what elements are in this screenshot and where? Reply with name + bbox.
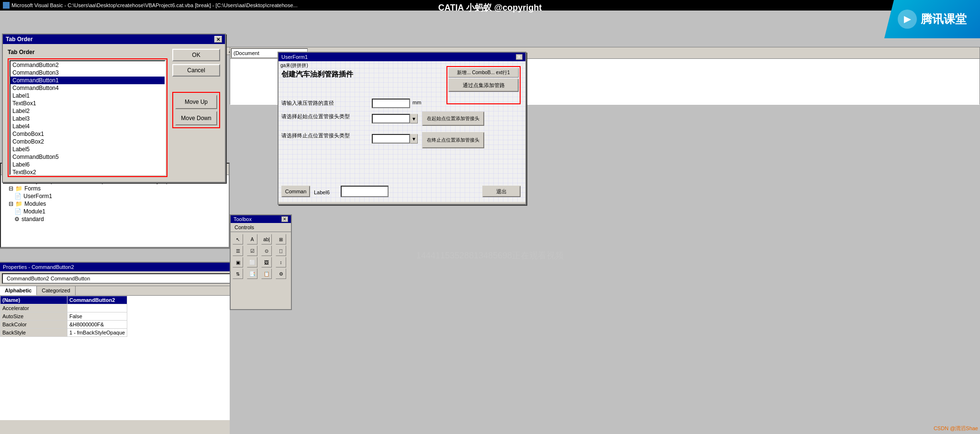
prop-value-backcolor[interactable]: &H8000000F& (67, 321, 127, 329)
prop-name-accelerator: Accelerator (0, 304, 67, 312)
toolbox-image-icon[interactable]: 🖼 (261, 257, 272, 267)
toolbox-multipage-icon[interactable]: 📑 (247, 268, 257, 279)
toolbox-window: Toolbox ✕ Controls ↖ A ab| ⊞ ☰ ☑ ⊙ ⎕ ▣ ⬜… (230, 214, 292, 310)
properties-title: Properties - CommandButton2 (3, 264, 74, 270)
start-add-button[interactable]: 在起始点位置添加管接头 (422, 111, 484, 126)
listbox-item[interactable]: Label2 (11, 107, 165, 115)
listbox-item[interactable]: Label6 (11, 161, 165, 168)
listbox-item[interactable]: TextBox1 (11, 100, 165, 107)
tree-item-userform1[interactable]: 📄 UserForm1 (3, 192, 227, 200)
main-title: 创建汽车油刹管路插件 (281, 70, 353, 79)
prop-value-backstyle[interactable]: 1 - fmBackStyleOpaque (67, 329, 127, 337)
toolbox-frame-icon[interactable]: ▣ (233, 257, 243, 267)
toolbox-title-label: Toolbox (234, 216, 252, 222)
prop-value-accelerator[interactable] (67, 304, 127, 312)
tree-item-modules[interactable]: ⊟ 📁 Modules (3, 200, 227, 208)
toolbox-label-icon[interactable]: A (247, 234, 257, 245)
title-bar-text: Microsoft Visual Basic - C:\Users\aa\Des… (11, 2, 298, 8)
end-type-combo-arrow[interactable]: ▼ (410, 134, 418, 144)
dialog-title: Tab Order (6, 36, 33, 43)
move-buttons-container: Move Up Move Down (172, 92, 220, 128)
listbox-item[interactable]: Label1 (11, 92, 165, 100)
userform-title-bar: UserForm1 ✕ (278, 53, 525, 61)
dialog-content: Tab Order CommandButton2 CommandButton3 … (3, 44, 225, 182)
dialog-close-button[interactable]: ✕ (214, 36, 222, 43)
listbox-item[interactable]: ComboBox2 (11, 138, 165, 145)
editor-area: (Document ... UserForm1 ✕ ga来(拼拼拼) 创建汽车油… (230, 47, 980, 434)
vba-background: Tab Order ✕ Tab Order CommandButton2 Com… (0, 11, 980, 434)
exit-button[interactable]: 退出 (482, 186, 521, 197)
listbox-item[interactable]: Label4 (11, 122, 165, 130)
modules-folder-icon: 📁 (15, 200, 22, 207)
toolbox-controls-grid: ↖ A ab| ⊞ ☰ ☑ ⊙ ⎕ ▣ ⬜ 🖼 ↕ ⇅ 📑 📋 ⚙ (231, 232, 291, 281)
userform-content: ga来(拼拼拼) 创建汽车油刹管路插件 新增... ComboB... ext行… (278, 61, 525, 202)
end-add-button[interactable]: 在终止点位置添加管接头 (422, 132, 484, 148)
add-by-points-container: 新增... ComboB... ext行1 通过点集添加管路 (446, 66, 521, 104)
tree-item-standard-label: standard (22, 216, 44, 223)
csdn-badge: CSDN @渭滔Shae (934, 425, 978, 432)
add-by-points-button[interactable]: 通过点集添加管路 (448, 78, 519, 92)
toolbox-checkbox-icon[interactable]: ☑ (247, 245, 257, 256)
tree-item-standard[interactable]: ⚙ standard (3, 215, 227, 223)
prop-name-name: (Name) (0, 296, 67, 304)
standard-icon: ⚙ (14, 216, 20, 223)
listbox-item[interactable]: ComboBox1 (11, 130, 165, 138)
tab-categorized[interactable]: Categorized (37, 286, 75, 295)
tree-item-forms-label: Forms (24, 185, 41, 192)
listbox-item-selected[interactable]: CommandButton1 (11, 77, 165, 84)
start-type-combo-arrow[interactable]: ▼ (410, 114, 418, 123)
properties-row-autosize: AutoSize False (0, 312, 127, 321)
diameter-label: 请输入液压管路的直径 (281, 100, 358, 107)
diameter-unit: mm (412, 100, 421, 105)
tab-alphabetic[interactable]: Alphabetic (0, 286, 37, 295)
toolbox-tabstrip-icon[interactable]: 📋 (261, 268, 272, 279)
move-up-button[interactable]: Move Up (175, 95, 217, 109)
properties-row-backcolor: BackColor &H8000000F& (0, 321, 127, 329)
dialog-section-title: Tab Order (8, 49, 167, 56)
prop-name-backstyle: BackStyle (0, 329, 67, 337)
tree-item-forms[interactable]: ⊟ 📁 Forms (3, 185, 227, 192)
listbox-item[interactable]: CommandButton5 (11, 153, 165, 161)
toolbox-textbox-icon[interactable]: ab| (261, 234, 272, 245)
diameter-input[interactable] (372, 99, 410, 108)
modules-expand-icon: ⊟ (9, 200, 13, 207)
prop-value-name[interactable]: CommandButton2 (67, 296, 127, 304)
move-down-button[interactable]: Move Down (175, 111, 217, 125)
prop-name-autosize: AutoSize (0, 312, 67, 321)
start-type-combo[interactable] (372, 114, 410, 123)
toolbox-togglebtn-icon[interactable]: ⎕ (276, 245, 286, 256)
listbox-item[interactable]: Label5 (11, 145, 165, 153)
listbox-item[interactable]: CommandButton3 (11, 69, 165, 77)
new-combobutton-label[interactable]: 新增... ComboB... ext行1 (448, 68, 519, 78)
dialog-title-bar: Tab Order ✕ (3, 34, 225, 44)
dialog-left: Tab Order CommandButton2 CommandButton3 … (8, 49, 167, 177)
toolbox-commandbtn-icon[interactable]: ⬜ (247, 257, 257, 267)
tree-item-module1[interactable]: 📄 Module1 (3, 208, 227, 215)
tencent-logo: ▶ 腾讯课堂 (884, 0, 980, 38)
userform-close-btn[interactable]: ✕ (516, 54, 523, 60)
listbox-item[interactable]: Label3 (11, 115, 165, 122)
label6-textbox[interactable] (341, 186, 389, 197)
command-button[interactable]: Comman (281, 186, 310, 197)
toolbox-combobox-icon[interactable]: ⊞ (276, 234, 286, 245)
tab-order-listbox[interactable]: CommandButton2 CommandButton3 CommandBut… (10, 60, 166, 175)
toolbox-scroll-icon[interactable]: ↕ (276, 257, 286, 267)
toolbox-close-btn[interactable]: ✕ (281, 216, 288, 222)
listbox-item[interactable]: CommandButton4 (11, 84, 165, 92)
listbox-container: CommandButton2 CommandButton3 CommandBut… (8, 58, 167, 177)
listbox-item[interactable]: CommandButton2 (11, 61, 165, 69)
ok-button[interactable]: OK (172, 49, 220, 61)
listbox-item[interactable]: TextBox2 (11, 168, 165, 175)
toolbox-listbox-icon[interactable]: ☰ (233, 245, 243, 256)
prop-value-autosize[interactable]: False (67, 312, 127, 321)
end-type-combo[interactable] (372, 134, 410, 144)
toolbox-extra-icon[interactable]: ⚙ (276, 268, 286, 279)
toolbox-tab-controls[interactable]: Controls (231, 223, 291, 232)
folder-expand-icon: ⊟ (9, 185, 13, 192)
form-icon: 📄 (14, 193, 22, 200)
toolbox-spin-icon[interactable]: ⇅ (233, 268, 243, 279)
cancel-button[interactable]: Cancel (172, 64, 220, 77)
properties-row-name: (Name) CommandButton2 (0, 296, 127, 304)
toolbox-pointer-icon[interactable]: ↖ (233, 234, 243, 245)
toolbox-radio-icon[interactable]: ⊙ (261, 245, 272, 256)
